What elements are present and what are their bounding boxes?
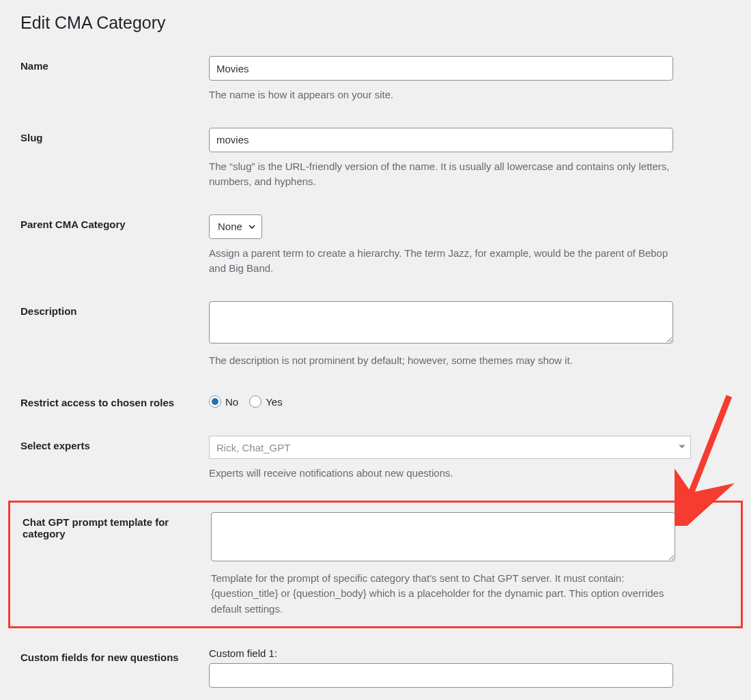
page-title: Edit CMA Category <box>20 7 731 36</box>
experts-label: Select experts <box>20 436 209 451</box>
prompt-help: Template for the prompt of specific cate… <box>211 571 675 617</box>
description-textarea[interactable] <box>209 301 673 344</box>
custom-fields-row: Custom fields for new questions Custom f… <box>20 647 731 688</box>
prompt-textarea[interactable] <box>211 512 675 561</box>
restrict-radio-no-label: No <box>225 396 238 408</box>
parent-select-value: None <box>218 221 242 232</box>
slug-help: The “slug” is the URL-friendly version o… <box>209 159 673 190</box>
slug-row: Slug The “slug” is the URL-friendly vers… <box>20 128 731 190</box>
experts-select[interactable]: Rick, Chat_GPT <box>209 436 691 459</box>
parent-select[interactable]: None <box>209 214 262 239</box>
prompt-row: Chat GPT prompt template for category Te… <box>10 512 741 617</box>
name-row: Name The name is how it appears on your … <box>20 56 731 103</box>
name-help: The name is how it appears on your site. <box>209 87 673 103</box>
parent-help: Assign a parent term to create a hierarc… <box>209 246 673 277</box>
parent-label: Parent CMA Category <box>20 214 209 230</box>
name-label: Name <box>20 56 209 72</box>
prompt-label: Chat GPT prompt template for category <box>23 512 211 540</box>
experts-row: Select experts Rick, Chat_GPT Experts wi… <box>20 436 731 481</box>
description-row: Description The description is not promi… <box>20 301 731 369</box>
dropdown-arrow-icon <box>678 442 686 453</box>
restrict-radio-no[interactable] <box>209 395 221 408</box>
slug-input[interactable] <box>209 128 673 152</box>
experts-select-value: Rick, Chat_GPT <box>216 442 290 453</box>
custom-field-1-input[interactable] <box>209 663 673 688</box>
custom-field-1-label: Custom field 1: <box>209 647 673 659</box>
custom-fields-label: Custom fields for new questions <box>20 647 209 663</box>
restrict-radio-yes-label: Yes <box>266 396 282 408</box>
description-help: The description is not prominent by defa… <box>209 353 673 369</box>
name-input[interactable] <box>209 56 673 81</box>
chevron-down-icon <box>248 223 256 231</box>
restrict-row: Restrict access to chosen roles No Yes <box>20 393 731 408</box>
restrict-label: Restrict access to chosen roles <box>20 393 209 408</box>
description-label: Description <box>20 301 209 317</box>
restrict-radio-yes[interactable] <box>249 395 261 408</box>
prompt-highlight-box: Chat GPT prompt template for category Te… <box>8 501 743 629</box>
experts-help: Experts will receive notifications about… <box>209 466 694 481</box>
slug-label: Slug <box>20 128 209 143</box>
parent-row: Parent CMA Category None Assign a parent… <box>20 214 731 277</box>
